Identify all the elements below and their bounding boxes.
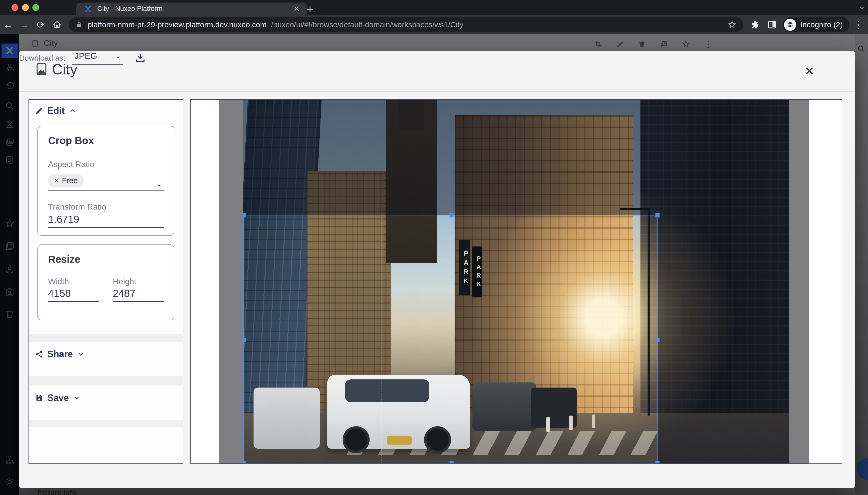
url-bar[interactable]: platform-nmm-pr-29-preview.platform.dev.… [69,17,743,32]
queue-hourglass-icon[interactable] [0,119,19,129]
assets-icon[interactable] [0,137,19,147]
close-modal-button[interactable]: ✕ [804,65,814,77]
close-tab-icon[interactable]: ✕ [294,5,300,13]
favorites-icon[interactable] [0,218,19,228]
download-format-value: JPEG [74,51,97,61]
transform-ratio-label: Transform Ratio [48,202,164,211]
url-domain: platform-nmm-pr-29-preview.platform.dev.… [88,20,266,29]
crop-handle-nw[interactable] [243,214,246,218]
incognito-icon [784,19,796,31]
save-section-header[interactable]: Save [35,393,81,403]
width-input[interactable]: Width 4158 [48,277,99,302]
height-input[interactable]: Height 2487 [113,277,164,302]
share-icon [35,350,43,358]
screen: City - Nuxeo Platform ✕ + ⌄ ← → ⟳ platfo… [0,0,868,495]
transform-ratio-input[interactable]: 1.6719 [48,214,164,228]
tasks-icon[interactable] [0,155,19,165]
resize-heading: Resize [48,254,164,265]
dropdown-arrow-icon [115,54,122,61]
page-search-icon [857,45,866,53]
picture-icon [36,63,47,76]
crop-handle-s[interactable] [450,461,454,463]
chip-label: Free [62,176,77,185]
crop-dim-top [243,100,789,215]
close-window-button[interactable] [12,4,18,11]
personal-space-icon[interactable] [0,287,19,297]
home-button[interactable] [49,20,65,30]
profile-icon[interactable] [0,263,19,274]
incognito-badge[interactable]: Incognito (2) [782,17,849,32]
crop-box-heading: Crop Box [48,135,164,147]
right-column-behind [855,34,868,495]
crop-handle-e[interactable] [656,338,660,342]
crop-handle-w[interactable] [243,338,246,342]
reload-button[interactable]: ⟳ [33,19,49,30]
height-value: 2487 [113,288,164,299]
nuxeo-logo-icon[interactable] [1,44,18,58]
search-icon[interactable] [0,101,19,111]
height-label: Height [113,277,164,286]
save-section-label: Save [47,393,69,403]
settings-gear-icon[interactable] [0,477,19,487]
tab-overflow-chevron[interactable]: ⌄ [858,1,866,10]
trash-icon[interactable] [0,309,19,319]
url-path: /nuxeo/ui/#!/browse/default-domain/works… [271,20,723,29]
chevron-down-icon [73,394,81,402]
crop-handle-n[interactable] [450,214,454,218]
download-button[interactable] [135,52,146,64]
edit-section-label: Edit [47,105,65,116]
add-to-collection-icon [660,40,668,48]
chip-remove-icon[interactable]: × [54,176,58,185]
favorite-star-icon [682,40,690,48]
aspect-ratio-select[interactable]: × Free [48,174,164,191]
extensions-icon[interactable] [750,20,760,30]
tab-title: City - Nuxeo Platform [97,5,289,13]
more-dots-icon: ⋮ [704,39,712,49]
width-value: 4158 [48,288,99,299]
crop-handle-se[interactable] [656,461,660,463]
download-as-group: Download as: JPEG [19,51,855,65]
crop-dim-right [658,215,789,463]
edit-pencil-icon [616,40,624,48]
history-icon[interactable] [0,82,19,91]
side-panel-icon[interactable] [767,20,777,30]
header-divider [19,91,855,92]
breadcrumb-title: City [44,38,58,48]
collections-icon[interactable] [0,241,19,251]
section-divider [29,376,183,386]
nuxeo-sidebar [0,34,19,495]
browse-tree-icon[interactable] [0,63,19,72]
nuxeo-favicon [84,4,92,13]
edit-section-header[interactable]: Edit [35,105,76,116]
bookmark-star-icon[interactable] [728,20,737,29]
resize-card: Resize Width 4158 Height 2487 [37,244,174,320]
back-button[interactable]: ← [0,19,16,30]
document-icon [31,39,39,47]
modal-header: City Download as: JPEG ✕ [19,51,855,91]
workflow-icon[interactable] [0,455,19,465]
crop-handle-sw[interactable] [243,461,246,463]
browser-tab[interactable]: City - Nuxeo Platform ✕ [76,2,307,15]
section-divider [29,334,183,342]
download-format-select[interactable]: JPEG [72,51,123,65]
page-bottom-behind [19,488,855,495]
new-tab-button[interactable]: + [307,3,313,15]
width-label: Width [48,277,99,286]
crop-handle-ne[interactable] [656,214,660,218]
transform-ratio-value: 1.6719 [48,214,164,225]
crop-icon [594,40,602,48]
aspect-ratio-chip[interactable]: × Free [48,174,84,187]
save-icon [35,394,43,402]
incognito-label: Incognito (2) [800,20,843,29]
maximize-window-button[interactable] [32,4,39,11]
crop-box-card: Crop Box Aspect Ratio × Free Transform R… [37,126,174,236]
dropdown-arrow-icon [156,182,163,189]
minimize-window-button[interactable] [22,4,29,11]
crop-box-selection[interactable] [243,215,658,463]
lock-icon [75,21,83,29]
share-section-header[interactable]: Share [35,349,85,360]
browser-menu-dots[interactable]: ⋮ [849,19,867,31]
image-viewer: PARK PARK [190,99,842,464]
forward-button[interactable]: → [16,19,33,30]
share-section-label: Share [47,349,73,360]
